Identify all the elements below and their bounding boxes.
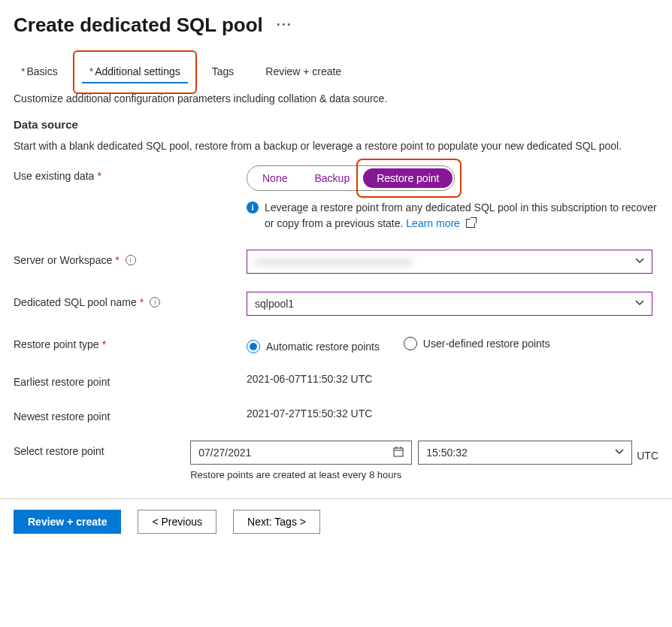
seg-option-backup[interactable]: Backup [301, 168, 363, 188]
more-actions-icon[interactable]: ··· [277, 17, 292, 33]
label-server-workspace: Server or Workspace* i [14, 250, 247, 266]
info-icon[interactable]: i [126, 255, 136, 265]
restore-point-time-input[interactable]: 15:50:32 [418, 441, 632, 465]
tab-review-create[interactable]: Review + create [258, 59, 349, 83]
value-newest-restore-point: 2021-07-27T15:50:32 UTC [247, 406, 658, 420]
use-existing-data-segmented: None Backup Restore point [247, 165, 455, 191]
restore-point-date-input[interactable]: 07/27/2021 [190, 441, 412, 465]
page-title: Create dedicated SQL pool ··· [14, 14, 658, 37]
seg-option-none[interactable]: None [249, 168, 301, 188]
calendar-icon [393, 447, 404, 459]
section-desc: Start with a blank dedicated SQL pool, r… [14, 140, 658, 152]
label-earliest-restore-point: Earliest restore point [14, 371, 247, 388]
value-earliest-restore-point: 2021-06-07T11:50:32 UTC [247, 371, 658, 385]
intro-text: Customize additional configuration param… [14, 92, 658, 104]
wizard-tabs: *Basics *Additional settings Tags Review… [14, 59, 658, 83]
svg-rect-0 [394, 448, 403, 456]
previous-button[interactable]: < Previous [138, 510, 216, 534]
chevron-down-icon [635, 298, 644, 310]
restore-point-hint: Restore points are created at least ever… [190, 469, 658, 480]
label-select-restore-point: Select restore point [14, 441, 190, 457]
radio-automatic-restore-points[interactable]: Automatic restore points [247, 340, 380, 353]
tab-tags[interactable]: Tags [204, 59, 242, 83]
info-icon[interactable]: i [150, 297, 160, 307]
server-workspace-select[interactable]: xxxxxxxxxxxxxxxxxxxxxxxxxxxxxx [247, 250, 652, 274]
restore-point-blurb: Leverage a restore point from any dedica… [265, 200, 658, 232]
seg-option-restore-point[interactable]: Restore point [363, 168, 453, 188]
section-title-data-source: Data source [14, 118, 658, 131]
tab-additional-settings[interactable]: *Additional settings [82, 59, 188, 83]
external-link-icon [466, 219, 475, 228]
tab-basics[interactable]: *Basics [14, 59, 65, 83]
learn-more-link[interactable]: Learn more [406, 217, 460, 229]
server-workspace-value: xxxxxxxxxxxxxxxxxxxxxxxxxxxxxx [255, 256, 413, 268]
label-restore-point-type: Restore point type* [14, 334, 247, 350]
label-pool-name: Dedicated SQL pool name* i [14, 292, 247, 308]
pool-name-select[interactable]: sqlpool1 [247, 292, 652, 316]
chevron-down-icon [615, 447, 624, 459]
info-icon: i [247, 201, 259, 214]
chevron-down-icon [635, 256, 644, 268]
label-newest-restore-point: Newest restore point [14, 406, 247, 423]
next-tags-button[interactable]: Next: Tags > [233, 510, 320, 534]
wizard-footer: Review + create < Previous Next: Tags > [0, 498, 672, 547]
review-create-button[interactable]: Review + create [14, 510, 121, 534]
pool-name-value: sqlpool1 [255, 298, 294, 310]
timezone-label: UTC [637, 450, 658, 465]
label-use-existing-data: Use existing data* [14, 165, 247, 182]
radio-user-defined-restore-points[interactable]: User-defined restore points [404, 337, 550, 350]
